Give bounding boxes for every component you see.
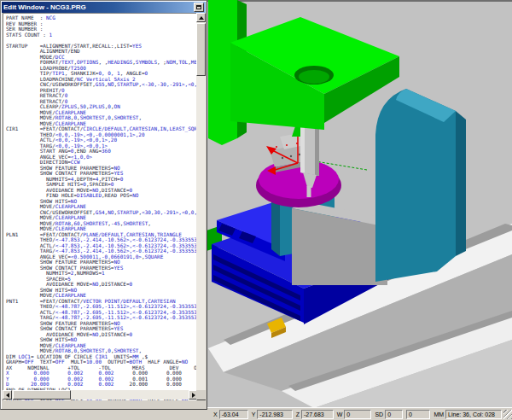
- extra-value: 0: [406, 410, 430, 419]
- arrow-right-icon: [192, 393, 195, 398]
- restore-icon: [196, 5, 201, 9]
- coord-y-value: -212.983: [257, 410, 292, 419]
- coord-x-value: -63.04: [219, 410, 248, 419]
- coord-z-value: -27.683: [301, 410, 334, 419]
- scroll-up-button[interactable]: [196, 13, 206, 22]
- vertical-scrollbar[interactable]: [196, 13, 206, 400]
- edit-window-title: Edit Window - NCG3.PRG: [3, 3, 194, 11]
- horizontal-scroll-thumb[interactable]: [13, 390, 71, 400]
- coord-w-label: W: [337, 411, 343, 417]
- sd-label: SD: [375, 411, 383, 417]
- code-area: PART NAME : NCGREV NUMBER : SER NUMBER :…: [3, 14, 198, 400]
- coord-z-label: Z: [296, 411, 300, 417]
- vertical-scroll-thumb[interactable]: [196, 23, 206, 76]
- horizontal-scrollbar[interactable]: [3, 390, 198, 400]
- edit-window-titlebar[interactable]: Edit Window - NCG3.PRG: [2, 2, 206, 13]
- arrow-left-icon: [6, 393, 9, 398]
- arrow-up-icon: [199, 16, 204, 20]
- edit-window: Edit Window - NCG3.PRG PART NAME : NCGRE…: [0, 0, 207, 410]
- sd-value: 0: [385, 410, 403, 419]
- trunnion-right: [375, 89, 466, 282]
- coord-x-label: X: [213, 411, 218, 417]
- application-window: { "window": { "title": "Edit Window - NC…: [0, 0, 512, 420]
- resize-grip[interactable]: [503, 410, 512, 419]
- scrollbar-corner: [196, 390, 206, 400]
- coord-y-label: Y: [252, 411, 256, 417]
- cursor-position: Line: 36, Col: 028: [445, 410, 502, 419]
- coord-w-value: 0: [344, 410, 371, 419]
- code-editor[interactable]: PART NAME : NCGREV NUMBER : SER NUMBER :…: [3, 13, 198, 400]
- scroll-left-button[interactable]: [3, 390, 12, 400]
- units-label: MM: [433, 411, 444, 417]
- window-restore-button[interactable]: [194, 3, 204, 12]
